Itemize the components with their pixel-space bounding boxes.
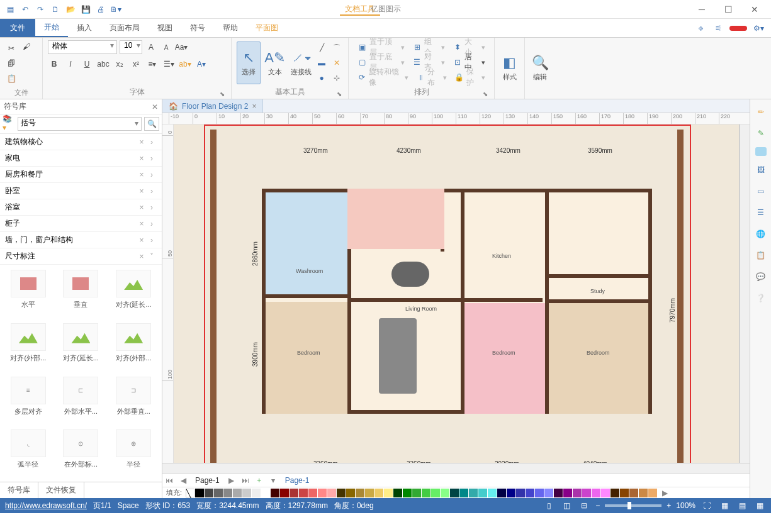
color-swatch[interactable] [611,489,619,497]
color-swatch[interactable] [544,489,553,497]
crop-tool-icon[interactable]: ⊹ [330,72,343,84]
prev-page-icon[interactable]: ◀ [176,476,190,485]
fullscreen-icon[interactable]: ⛶ [701,499,713,512]
color-swatch[interactable] [601,489,610,497]
gallery-item[interactable]: 对齐(外部... [110,323,157,370]
bullets-icon[interactable]: ≡▾ [146,58,159,70]
gallery-item[interactable]: ⊏外部水平... [58,377,104,424]
zoom-out-icon[interactable]: − [595,501,600,510]
color-swatch[interactable] [384,489,393,497]
strike-icon[interactable]: abc [97,58,110,70]
sidebar-category[interactable]: 浴室×› [0,199,162,216]
fit-width-icon[interactable]: ◫ [560,499,573,512]
clipboard-icon[interactable]: 📋 [753,248,768,263]
ellipse-tool-icon[interactable]: ● [315,72,328,84]
tab-help[interactable]: 帮助 [214,19,247,37]
list-icon[interactable]: ☰ [753,205,768,220]
line-tool-icon[interactable]: ╱ [315,42,328,54]
subscript-icon[interactable]: x₂ [113,58,126,70]
color-swatch[interactable] [223,489,232,497]
star-tool-icon[interactable]: ✕ [330,57,343,69]
account-marker[interactable] [729,26,747,31]
search-button[interactable]: 🔍 [144,117,159,131]
expand-font-icon[interactable]: ⬊ [220,91,225,97]
highlight-icon[interactable]: ab▾ [179,58,191,70]
gallery-item[interactable]: 对齐(延长... [110,270,157,317]
last-page-icon[interactable]: ⏭ [239,476,252,485]
color-swatch[interactable] [195,489,204,497]
save-icon[interactable]: 💾 [79,3,92,16]
format-icon[interactable]: ✏ [753,104,768,119]
color-swatch[interactable] [356,489,364,497]
color-swatch[interactable] [412,489,421,497]
color-scroll-icon[interactable]: ▶ [658,489,672,497]
color-swatch[interactable] [233,489,242,497]
cut-icon[interactable]: ✂ [5,42,18,55]
bold-icon[interactable]: B [48,58,60,70]
font-size-select[interactable]: 10 [120,40,142,54]
color-swatch[interactable] [441,489,449,497]
color-swatch[interactable] [648,489,657,497]
view3-icon[interactable]: ▦ [753,499,766,512]
color-swatch[interactable] [516,489,525,497]
color-swatch[interactable] [497,489,506,497]
color-swatch[interactable] [290,489,298,497]
new-icon[interactable]: 🗋 [49,3,62,16]
sidebar-category[interactable]: 家电×› [0,150,162,167]
minimize-button[interactable]: ─ [694,2,709,17]
sidebar-tab-recovery[interactable]: 文件恢复 [38,482,84,498]
vertical-scrollbar[interactable] [740,125,750,463]
font-color-icon[interactable]: A▾ [195,58,208,70]
gallery-item[interactable]: ≡多层对齐 [5,377,52,424]
expand-cat-icon[interactable]: › [147,138,157,147]
close-button[interactable]: ✕ [747,2,762,17]
color-swatch[interactable] [469,489,478,497]
protect-button[interactable]: 🔒保护▾ [451,70,489,84]
gallery-item[interactable]: 对齐(延长... [58,323,104,370]
change-case-icon[interactable]: Aa▾ [175,41,188,53]
sidebar-category[interactable]: 厨房和餐厅×› [0,167,162,183]
style-button[interactable]: ◧ 样式 [500,47,519,90]
gear-icon[interactable]: ⚙▾ [752,22,765,35]
zoom-level[interactable]: 100% [676,501,695,510]
gallery-item[interactable]: 垂直 [58,270,104,317]
rotate-button[interactable]: ⟳旋转和镜像▾ [354,70,412,84]
color-swatch[interactable] [535,489,544,497]
tab-pagelayout[interactable]: 页面布局 [101,19,149,37]
menu-icon[interactable]: ▤ [4,3,16,16]
tab-view[interactable]: 视图 [149,19,181,37]
color-swatch[interactable] [450,489,459,497]
gallery-item[interactable]: 对齐(外部... [5,323,52,370]
color-swatch[interactable] [308,489,317,497]
expand-tools-icon[interactable]: ⬊ [337,91,342,97]
print-icon[interactable]: 🖨 [94,3,107,16]
color-swatch[interactable] [271,489,279,497]
text-tool[interactable]: A✎ 文本 [263,42,287,84]
color-swatch[interactable] [478,489,487,497]
page-name-2[interactable]: Page-1 [280,476,315,485]
format-painter-icon[interactable]: 🖌 [20,40,33,53]
remove-cat-icon[interactable]: × [137,236,147,245]
color-swatch[interactable] [582,489,591,497]
tab-symbol[interactable]: 符号 [181,19,214,37]
color-swatch[interactable] [592,489,600,497]
rect-tool-icon[interactable]: ▬ [315,57,328,69]
tab-start[interactable]: 开始 [35,19,68,37]
sidebar-category[interactable]: 建筑物核心×› [0,134,162,150]
sidebar-close-icon[interactable]: ✕ [152,103,158,111]
gallery-item[interactable]: ⊕半径 [110,429,157,477]
color-swatch[interactable] [346,489,355,497]
color-swatch[interactable] [261,489,270,497]
remove-cat-icon[interactable]: × [137,154,147,163]
library-icon[interactable]: 📚▾ [3,117,15,130]
italic-icon[interactable]: I [64,58,77,70]
sidebar-category[interactable]: 卧室×› [0,183,162,199]
color-swatch[interactable] [252,489,261,497]
color-swatch[interactable] [205,489,213,497]
no-fill-icon[interactable]: ╲ [186,489,194,497]
color-swatch[interactable] [365,489,374,497]
color-swatch[interactable] [526,489,534,497]
website-link[interactable]: http://www.edrawsoft.cn/ [5,501,87,510]
color-swatch[interactable] [488,489,497,497]
distribute-button[interactable]: ⫴分布▾ [412,70,451,84]
